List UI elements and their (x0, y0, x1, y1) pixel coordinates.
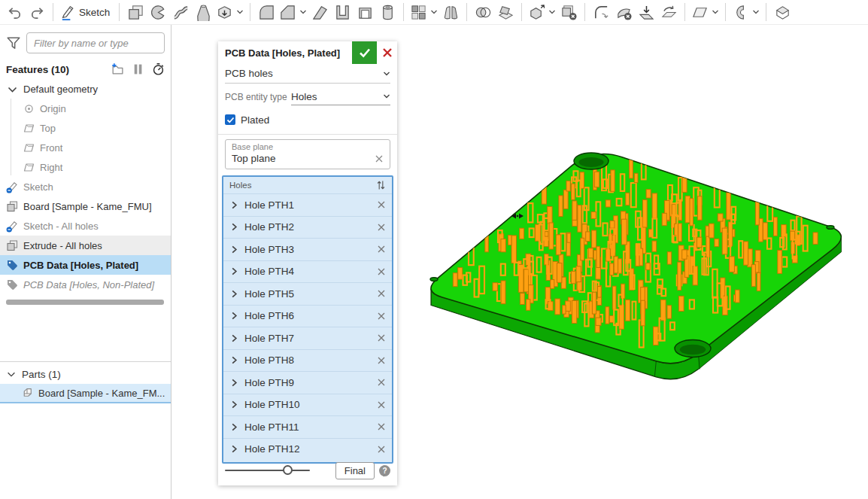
toolbar-delete-face-button[interactable] (612, 2, 635, 23)
tree-item-front[interactable]: Front (0, 138, 171, 157)
toolbar-surface-button[interactable] (771, 2, 794, 23)
base-plane-field[interactable]: Base plane Top plane (225, 139, 390, 169)
tree-item-top[interactable]: Top (0, 118, 171, 138)
hole-row-hole-pth8[interactable]: Hole PTH8 (223, 349, 392, 372)
hole-row-hole-pth12[interactable]: Hole PTH12 (223, 438, 392, 461)
toolbar-shell-button[interactable] (354, 2, 376, 23)
resolution-slider[interactable] (225, 465, 310, 476)
toolbar-redo-button[interactable] (26, 2, 48, 23)
toolbar-undo-button[interactable] (3, 2, 26, 23)
remove-hole-icon[interactable] (377, 200, 386, 209)
tree-item-right[interactable]: Right (0, 157, 171, 177)
toolbar-delete-part-button[interactable] (557, 2, 580, 23)
filter-input[interactable] (26, 32, 165, 53)
hole-row-hole-pth3[interactable]: Hole PTH3 (223, 238, 392, 260)
remove-hole-icon[interactable] (377, 400, 386, 409)
tree-item-board-sample-kame-fmu[interactable]: Board [Sample - Kame_FMU] (0, 196, 171, 216)
rollback-bar[interactable] (6, 300, 164, 305)
toolbar-draft-button[interactable] (308, 2, 331, 23)
expand-chevron-icon[interactable] (229, 333, 239, 343)
extrude-icon (6, 200, 19, 213)
toolbar-sweep-button[interactable] (169, 2, 192, 23)
remove-hole-icon[interactable] (377, 333, 386, 342)
toolbar-transform-button[interactable] (527, 2, 557, 23)
toolbar-helix-button[interactable] (730, 2, 761, 23)
remove-hole-icon[interactable] (377, 378, 386, 387)
part-item-board[interactable]: Board [Sample - Kame_FM... (0, 384, 171, 403)
expand-chevron-icon[interactable] (229, 289, 239, 299)
suppress-pause-icon[interactable] (132, 63, 144, 75)
feature-type-select[interactable]: PCB holes (225, 64, 390, 84)
remove-base-plane-icon[interactable] (375, 154, 384, 163)
final-button[interactable]: Final (335, 462, 375, 479)
entity-type-select[interactable]: Holes (291, 88, 390, 105)
tree-item-pcb-data-holes-non-plated[interactable]: PCB Data [Holes, Non-Plated] (0, 275, 171, 294)
tree-item-extrude-all-holes[interactable]: Extrude - All holes (0, 236, 171, 255)
remove-hole-icon[interactable] (377, 289, 386, 298)
toolbar-modify-fillet-button[interactable] (590, 2, 612, 23)
hole-row-hole-pth1[interactable]: Hole PTH1 (223, 193, 392, 216)
toolbar-extrude-button[interactable] (124, 2, 147, 23)
toolbar-mirror-button[interactable] (439, 2, 462, 23)
tree-item-sketch-all-holes[interactable]: Sketch - All holes (0, 216, 171, 236)
expand-chevron-icon[interactable] (229, 266, 239, 276)
tree-item-default-geometry[interactable]: Default geometry (0, 79, 171, 99)
tree-item-sketch[interactable]: Sketch (0, 177, 171, 196)
accept-button[interactable] (352, 41, 377, 64)
toolbar-fillet-button[interactable] (255, 2, 278, 23)
chevron-icon[interactable] (6, 83, 19, 96)
toolbar-loft-button[interactable] (192, 2, 214, 23)
toolbar-move-face-button[interactable] (635, 2, 657, 23)
toolbar-chamfer-button[interactable] (278, 2, 308, 23)
expand-chevron-icon[interactable] (229, 422, 239, 432)
toolbar-boolean-button[interactable] (472, 2, 494, 23)
remove-hole-icon[interactable] (377, 223, 386, 232)
hole-row-hole-pth10[interactable]: Hole PTH10 (223, 394, 392, 416)
expand-chevron-icon[interactable] (229, 200, 239, 210)
remove-hole-icon[interactable] (377, 445, 386, 454)
hole-label: Hole PTH5 (244, 288, 377, 300)
remove-hole-icon[interactable] (377, 312, 386, 321)
tree-item-pcb-data-holes-plated[interactable]: PCB Data [Holes, Plated] (0, 255, 171, 275)
toolbar-hole-button[interactable] (376, 2, 399, 23)
slider-handle[interactable] (283, 465, 293, 475)
rollback-timer-icon[interactable] (152, 62, 165, 76)
toolbar-split-button[interactable] (494, 2, 517, 23)
expand-chevron-icon[interactable] (229, 311, 239, 321)
plated-checkbox-row[interactable]: Plated (225, 111, 390, 129)
toolbar-rib-button[interactable] (331, 2, 354, 23)
hole-row-hole-pth7[interactable]: Hole PTH7 (223, 327, 392, 349)
cancel-button[interactable] (377, 41, 397, 64)
toolbar-thicken-button[interactable] (214, 2, 245, 23)
expand-chevron-icon[interactable] (229, 444, 239, 454)
expand-chevron-icon[interactable] (229, 355, 239, 365)
tree-item-label: Sketch - All holes (23, 221, 99, 232)
help-icon[interactable]: ? (379, 465, 390, 476)
hole-row-hole-pth11[interactable]: Hole PTH11 (223, 415, 392, 438)
toolbar-replace-face-button[interactable] (657, 2, 680, 23)
hole-row-hole-pth5[interactable]: Hole PTH5 (223, 282, 392, 305)
hole-row-hole-pth9[interactable]: Hole PTH9 (223, 371, 392, 394)
hole-row-hole-pth2[interactable]: Hole PTH2 (223, 216, 392, 239)
remove-hole-icon[interactable] (377, 356, 386, 365)
remove-hole-icon[interactable] (377, 267, 386, 276)
new-folder-icon[interactable] (111, 62, 124, 76)
remove-hole-icon[interactable] (377, 245, 386, 254)
hole-row-hole-pth6[interactable]: Hole PTH6 (223, 305, 392, 327)
toolbar-sketch-button[interactable]: Sketch (58, 2, 114, 23)
toolbar-plane-button[interactable] (690, 2, 721, 23)
toolbar-linear-pattern-button[interactable] (408, 2, 439, 23)
remove-hole-icon[interactable] (377, 422, 386, 431)
hole-row-hole-pth4[interactable]: Hole PTH4 (223, 260, 392, 283)
plated-checkbox[interactable] (225, 114, 235, 125)
expand-chevron-icon[interactable] (229, 222, 239, 232)
expand-chevron-icon[interactable] (229, 245, 239, 254)
expand-chevron-icon[interactable] (229, 400, 239, 409)
tree-item-origin[interactable]: Origin (0, 99, 171, 118)
sort-icon[interactable] (376, 180, 386, 190)
pcb-board-model[interactable] (399, 132, 868, 403)
toolbar-revolve-button[interactable] (147, 2, 169, 23)
parts-header[interactable]: Parts (1) (6, 365, 61, 383)
expand-chevron-icon[interactable] (229, 378, 239, 388)
filter-funnel-icon[interactable] (6, 35, 21, 50)
